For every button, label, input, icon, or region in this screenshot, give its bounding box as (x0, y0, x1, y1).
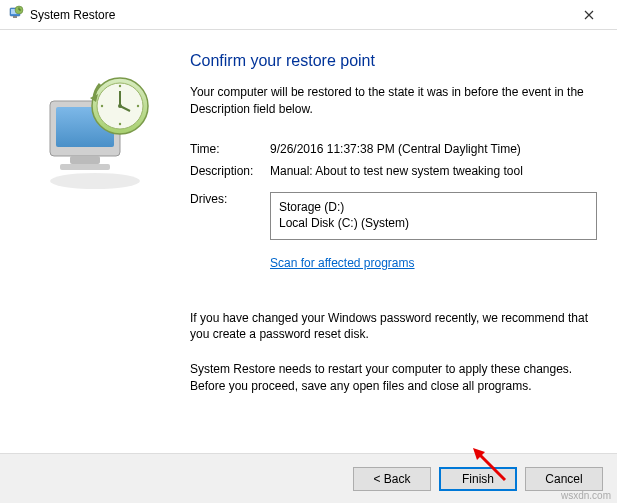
window-title: System Restore (24, 8, 569, 22)
drive-item: Storage (D:) (279, 199, 588, 216)
svg-rect-7 (70, 156, 100, 164)
svg-point-17 (119, 123, 121, 125)
svg-point-4 (50, 173, 140, 189)
svg-rect-2 (13, 16, 17, 18)
content-area: Confirm your restore point Your computer… (0, 30, 617, 453)
close-button[interactable] (569, 1, 609, 29)
restart-note: System Restore needs to restart your com… (190, 361, 597, 395)
back-button[interactable]: < Back (353, 467, 431, 491)
drives-label: Drives: (190, 192, 270, 206)
scan-programs-link[interactable]: Scan for affected programs (270, 256, 415, 270)
description-row: Description: Manual: About to test new s… (190, 164, 597, 178)
svg-rect-8 (60, 164, 110, 170)
drives-row: Drives: Storage (D:) Local Disk (C:) (Sy… (190, 192, 597, 240)
password-note: If you have changed your Windows passwor… (190, 310, 597, 344)
watermark: wsxdn.com (561, 490, 611, 501)
cancel-button[interactable]: Cancel (525, 467, 603, 491)
time-label: Time: (190, 142, 270, 156)
time-value: 9/26/2016 11:37:38 PM (Central Daylight … (270, 142, 597, 156)
title-bar: System Restore (0, 0, 617, 30)
intro-text: Your computer will be restored to the st… (190, 84, 597, 118)
page-heading: Confirm your restore point (190, 52, 597, 70)
svg-point-16 (137, 105, 139, 107)
time-row: Time: 9/26/2016 11:37:38 PM (Central Day… (190, 142, 597, 156)
finish-button[interactable]: Finish (439, 467, 517, 491)
svg-point-15 (119, 85, 121, 87)
main-pane: Confirm your restore point Your computer… (180, 46, 597, 443)
button-bar: < Back Finish Cancel (0, 453, 617, 503)
description-value: Manual: About to test new system tweakin… (270, 164, 597, 178)
app-icon (8, 5, 24, 24)
system-restore-icon (30, 66, 160, 199)
svg-point-18 (101, 105, 103, 107)
wizard-graphic-pane (10, 46, 180, 443)
drives-list: Storage (D:) Local Disk (C:) (System) (270, 192, 597, 240)
drive-item: Local Disk (C:) (System) (279, 215, 588, 232)
description-label: Description: (190, 164, 270, 178)
